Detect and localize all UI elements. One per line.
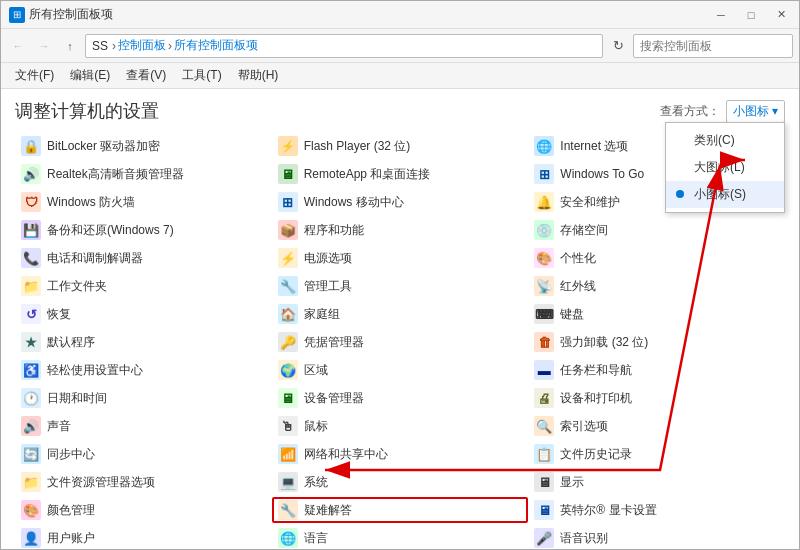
intel-label: 英特尔® 显卡设置 [560,502,656,519]
ctrl-item-devmgr[interactable]: 🖥 设备管理器 [272,385,529,411]
folderopt-icon: 📁 [21,472,41,492]
firewall-label: Windows 防火墙 [47,194,135,211]
ctrl-item-uninstall[interactable]: 🗑 强力卸载 (32 位) [528,329,785,355]
ctrl-item-mobilecenter[interactable]: ⊞ Windows 移动中心 [272,189,529,215]
power-label: 电源选项 [304,250,352,267]
programs-icon: 📦 [278,220,298,240]
ctrl-item-storage[interactable]: 💿 存储空间 [528,217,785,243]
ctrl-item-firewall[interactable]: 🛡 Windows 防火墙 [15,189,272,215]
ctrl-item-infrared[interactable]: 📡 红外线 [528,273,785,299]
forward-button[interactable]: → [33,35,55,57]
keyboard-icon: ⌨ [534,304,554,324]
view-option-large[interactable]: 大图标(L) [666,154,784,181]
ctrl-item-recovery[interactable]: ↺ 恢复 [15,301,272,327]
ctrl-item-intel[interactable]: 🖥 英特尔® 显卡设置 [528,497,785,523]
devmgr-label: 设备管理器 [304,390,364,407]
backup-label: 备份和还原(Windows 7) [47,222,174,239]
ctrl-item-flash[interactable]: ⚡ Flash Player (32 位) [272,133,529,159]
menu-file[interactable]: 文件(F) [7,64,62,87]
sound-label: 声音 [47,418,71,435]
recovery-label: 恢复 [47,306,71,323]
display-label: 显示 [560,474,584,491]
ctrl-item-sound[interactable]: 🔊 声音 [15,413,272,439]
ctrl-item-easyaccess[interactable]: ♿ 轻松使用设置中心 [15,357,272,383]
ctrl-item-datetime[interactable]: 🕐 日期和时间 [15,385,272,411]
devices-icon: 🖨 [534,388,554,408]
content-area[interactable]: 调整计算机的设置 查看方式： 小图标 ▾ 类别(C) 大图标(L) 小 [1,89,799,549]
ctrl-item-workfolders[interactable]: 📁 工作文件夹 [15,273,272,299]
search-input[interactable] [634,39,793,53]
uninstall-label: 强力卸载 (32 位) [560,334,648,351]
ctrl-item-folderopt[interactable]: 📁 文件资源管理器选项 [15,469,272,495]
indexing-icon: 🔍 [534,416,554,436]
homegroup-icon: 🏠 [278,304,298,324]
easyaccess-label: 轻松使用设置中心 [47,362,143,379]
mobilecenter-label: Windows 移动中心 [304,194,404,211]
ctrl-item-region[interactable]: 🌍 区域 [272,357,529,383]
ctrl-item-indexing[interactable]: 🔍 索引选项 [528,413,785,439]
view-option-category[interactable]: 类别(C) [666,127,784,154]
page-header: 调整计算机的设置 查看方式： 小图标 ▾ 类别(C) 大图标(L) 小 [15,99,785,123]
ctrl-item-keyboard[interactable]: ⌨ 键盘 [528,301,785,327]
ctrl-item-homegroup[interactable]: 🏠 家庭组 [272,301,529,327]
control-panel-segment[interactable]: 控制面板 [118,37,166,54]
close-button[interactable]: ✕ [767,5,795,25]
maximize-button[interactable]: □ [737,5,765,25]
ctrl-item-phone[interactable]: 📞 电话和调制解调器 [15,245,272,271]
recovery-icon: ↺ [21,304,41,324]
troubleshoot-icon: 🔧 [278,500,298,520]
back-button[interactable]: ← [7,35,29,57]
ctrl-item-devices[interactable]: 🖨 设备和打印机 [528,385,785,411]
ctrl-item-credential[interactable]: 🔑 凭据管理器 [272,329,529,355]
ctrl-item-remoteapp[interactable]: 🖥 RemoteApp 和桌面连接 [272,161,529,187]
active-dot [676,190,684,198]
power-icon: ⚡ [278,248,298,268]
filehistory-icon: 📋 [534,444,554,464]
view-popup: 类别(C) 大图标(L) 小图标(S) [665,122,785,213]
ctrl-item-troubleshoot[interactable]: 🔧 疑难解答 [272,497,529,523]
ctrl-item-taskbar[interactable]: ▬ 任务栏和导航 [528,357,785,383]
ctrl-item-language[interactable]: 🌐 语言 [272,525,529,549]
ctrl-item-mouse[interactable]: 🖱 鼠标 [272,413,529,439]
ctrl-item-admintools[interactable]: 🔧 管理工具 [272,273,529,299]
ctrl-item-useraccount[interactable]: 👤 用户账户 [15,525,272,549]
ctrl-item-programs[interactable]: 📦 程序和功能 [272,217,529,243]
ctrl-item-color[interactable]: 🎨 颜色管理 [15,497,272,523]
all-items-segment[interactable]: 所有控制面板项 [174,37,258,54]
ctrl-item-speech[interactable]: 🎤 语音识别 [528,525,785,549]
ctrl-item-filehistory[interactable]: 📋 文件历史记录 [528,441,785,467]
ctrl-item-synccenter[interactable]: 🔄 同步中心 [15,441,272,467]
workfolders-label: 工作文件夹 [47,278,107,295]
intel-icon: 🖥 [534,500,554,520]
title-bar-controls: ─ □ ✕ [707,5,795,25]
minimize-button[interactable]: ─ [707,5,735,25]
ctrl-item-networkcenter[interactable]: 📶 网络和共享中心 [272,441,529,467]
view-dropdown[interactable]: 小图标 ▾ [726,100,785,123]
ctrl-item-display[interactable]: 🖥 显示 [528,469,785,495]
ctrl-item-personalize[interactable]: 🎨 个性化 [528,245,785,271]
phone-label: 电话和调制解调器 [47,250,143,267]
view-option-small[interactable]: 小图标(S) [666,181,784,208]
menu-help[interactable]: 帮助(H) [230,64,287,87]
ctrl-item-default[interactable]: ★ 默认程序 [15,329,272,355]
workfolders-icon: 📁 [21,276,41,296]
menu-edit[interactable]: 编辑(E) [62,64,118,87]
indexing-label: 索引选项 [560,418,608,435]
address-bar: ← → ↑ SS › 控制面板 › 所有控制面板项 ↻ 🔍 [1,29,799,63]
backup-icon: 💾 [21,220,41,240]
menu-tools[interactable]: 工具(T) [174,64,229,87]
ctrl-item-bitlocker[interactable]: 🔒 BitLocker 驱动器加密 [15,133,272,159]
view-label: 查看方式： [660,103,720,120]
menu-view[interactable]: 查看(V) [118,64,174,87]
ctrl-item-system[interactable]: 💻 系统 [272,469,529,495]
ctrl-item-realtek[interactable]: 🔊 Realtek高清晰音频管理器 [15,161,272,187]
search-box: 🔍 [633,34,793,58]
flash-label: Flash Player (32 位) [304,138,411,155]
devmgr-icon: 🖥 [278,388,298,408]
up-button[interactable]: ↑ [59,35,81,57]
refresh-button[interactable]: ↻ [607,35,629,57]
ctrl-item-power[interactable]: ⚡ 电源选项 [272,245,529,271]
address-path[interactable]: SS › 控制面板 › 所有控制面板项 [85,34,603,58]
default-label: 默认程序 [47,334,95,351]
ctrl-item-backup[interactable]: 💾 备份和还原(Windows 7) [15,217,272,243]
